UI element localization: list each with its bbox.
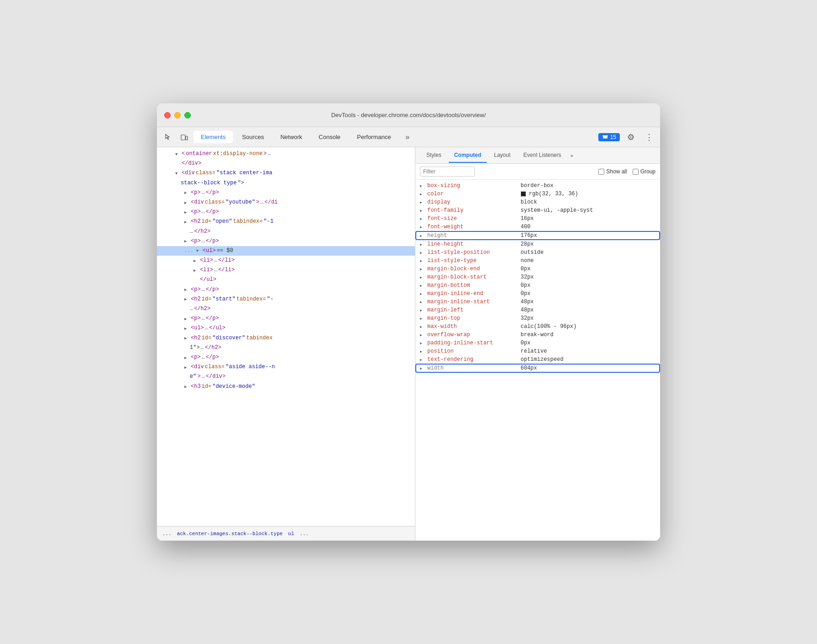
group-checkbox-label[interactable]: Group: [633, 168, 656, 175]
prop-expand-icon[interactable]: ▶: [420, 308, 425, 312]
dom-line-h2-start[interactable]: <h2 id="start" tabindex="-: [157, 295, 415, 304]
group-checkbox[interactable]: [633, 169, 639, 175]
tab-network[interactable]: Network: [273, 131, 310, 143]
computed-row-margin-block-end[interactable]: ▶margin-block-end0px: [415, 265, 660, 273]
prop-expand-icon[interactable]: ▶: [420, 234, 425, 238]
dom-line-ul-close[interactable]: </ul>: [157, 275, 415, 284]
triangle-icon-3[interactable]: [175, 171, 181, 176]
prop-expand-icon[interactable]: ▶: [420, 225, 425, 229]
prop-expand-icon[interactable]: ▶: [420, 267, 425, 271]
prop-expand-icon[interactable]: ▶: [420, 341, 425, 345]
dom-line-aside-close[interactable]: e">…</div>: [157, 372, 415, 381]
computed-row-display[interactable]: ▶displayblock: [415, 198, 660, 206]
triangle-icon-p6[interactable]: [184, 355, 190, 360]
prop-expand-icon[interactable]: ▶: [420, 333, 425, 337]
settings-button[interactable]: ⚙: [624, 130, 638, 145]
triangle-icon-p3[interactable]: [184, 238, 190, 244]
filter-input[interactable]: [420, 166, 475, 177]
prop-expand-icon[interactable]: ▶: [420, 242, 425, 247]
dom-line-p2[interactable]: <p>…</p>: [157, 207, 415, 217]
tab-elements[interactable]: Elements: [194, 131, 233, 143]
tab-console[interactable]: Console: [312, 131, 348, 143]
dom-line-1[interactable]: <ontainer xt:display-none >…: [157, 149, 415, 159]
dom-line-h2-start-close[interactable]: …</h2>: [157, 304, 415, 314]
tab-computed[interactable]: Computed: [449, 148, 487, 163]
computed-row-padding-inline-start[interactable]: ▶padding-inline-start0px: [415, 339, 660, 347]
dom-line-p4[interactable]: <p>…</p>: [157, 285, 415, 295]
triangle-icon-yt[interactable]: [184, 200, 190, 205]
dom-line-ul2[interactable]: <ul>…</ul>: [157, 323, 415, 333]
computed-row-max-width[interactable]: ▶max-widthcalc(100% - 96px): [415, 322, 660, 331]
computed-row-margin-left[interactable]: ▶margin-left48px: [415, 306, 660, 314]
prop-expand-icon[interactable]: ▶: [420, 259, 425, 263]
status-path[interactable]: ack.center-images.stack--block.type: [175, 530, 285, 537]
maximize-button[interactable]: [184, 112, 191, 118]
show-all-checkbox-label[interactable]: Show all: [598, 168, 627, 175]
show-all-checkbox[interactable]: [598, 169, 604, 175]
dom-line-h2-open[interactable]: <h2 id="open" tabindex="-1: [157, 217, 415, 226]
tab-event-listeners[interactable]: Event Listeners: [518, 148, 567, 163]
status-tag[interactable]: ul: [286, 530, 296, 537]
prop-expand-icon[interactable]: ▶: [420, 284, 425, 288]
triangle-icon-aside[interactable]: [184, 365, 190, 370]
triangle-icon-li2[interactable]: [194, 268, 199, 273]
computed-row-margin-inline-end[interactable]: ▶margin-inline-end0px: [415, 290, 660, 298]
dom-line-ul[interactable]: ... <ul> == $0: [157, 246, 415, 256]
more-tabs-icon[interactable]: »: [400, 130, 415, 145]
computed-row-margin-bottom[interactable]: ▶margin-bottom0px: [415, 281, 660, 290]
computed-row-font-weight[interactable]: ▶font-weight400: [415, 223, 660, 231]
dom-line-aside[interactable]: <div class="aside aside--n: [157, 362, 415, 372]
computed-row-box-sizing[interactable]: ▶box-sizingborder-box: [415, 182, 660, 190]
triangle-icon-h3[interactable]: [184, 384, 190, 389]
dom-line-h2-discover-close[interactable]: 1">…</h2>: [157, 343, 415, 353]
prop-expand-icon[interactable]: ▶: [420, 317, 425, 321]
tab-layout[interactable]: Layout: [489, 148, 516, 163]
computed-row-margin-block-start[interactable]: ▶margin-block-start32px: [415, 273, 660, 281]
prop-expand-icon[interactable]: ▶: [420, 349, 425, 354]
triangle-icon-ul2[interactable]: [184, 326, 190, 331]
prop-expand-icon[interactable]: ▶: [420, 251, 425, 255]
more-panel-tabs-icon[interactable]: »: [570, 153, 573, 158]
computed-row-color[interactable]: ▶colorrgb(32, 33, 36): [415, 190, 660, 198]
computed-row-font-family[interactable]: ▶font-familysystem-ui, -apple-syst: [415, 206, 660, 215]
tab-performance[interactable]: Performance: [349, 131, 398, 143]
triangle-icon-h2-3[interactable]: [184, 335, 190, 341]
computed-row-position[interactable]: ▶positionrelative: [415, 347, 660, 355]
dom-line-youtube[interactable]: <div class="youtube" >…</di: [157, 198, 415, 207]
computed-row-margin-top[interactable]: ▶margin-top32px: [415, 314, 660, 322]
minimize-button[interactable]: [174, 112, 181, 118]
prop-expand-icon[interactable]: ▶: [420, 275, 425, 279]
triangle-icon-1[interactable]: [175, 151, 181, 157]
prop-expand-icon[interactable]: ▶: [420, 192, 425, 196]
prop-expand-icon[interactable]: ▶: [420, 300, 425, 304]
prop-expand-icon[interactable]: ▶: [420, 366, 425, 370]
computed-row-overflow-wrap[interactable]: ▶overflow-wrapbreak-word: [415, 331, 660, 339]
prop-expand-icon[interactable]: ▶: [420, 325, 425, 329]
triangle-icon-h2-1[interactable]: [184, 219, 190, 225]
dom-line-h2-discover[interactable]: <h2 id="discover" tabindex: [157, 333, 415, 343]
more-options-button[interactable]: ⋮: [642, 130, 656, 145]
computed-row-height[interactable]: ▶height176px: [415, 231, 660, 240]
tab-sources[interactable]: Sources: [235, 131, 271, 143]
computed-row-margin-inline-start[interactable]: ▶margin-inline-start48px: [415, 298, 660, 306]
triangle-icon-ul[interactable]: [196, 248, 202, 253]
triangle-icon-p5[interactable]: [184, 316, 190, 322]
dom-line-li2[interactable]: <li>…</li>: [157, 265, 415, 275]
computed-row-list-style-type[interactable]: ▶list-style-typenone: [415, 257, 660, 265]
dom-line-p6[interactable]: <p>…</p>: [157, 353, 415, 362]
dom-line-li1[interactable]: <li>…</li>: [157, 256, 415, 265]
prop-expand-icon[interactable]: ▶: [420, 200, 425, 204]
triangle-icon-p4[interactable]: [184, 287, 190, 292]
triangle-icon-p1[interactable]: [184, 190, 190, 195]
prop-expand-icon[interactable]: ▶: [420, 292, 425, 296]
computed-row-text-rendering[interactable]: ▶text-renderingoptimizespeed: [415, 355, 660, 364]
prop-expand-icon[interactable]: ▶: [420, 209, 425, 213]
status-more[interactable]: ...: [298, 530, 311, 537]
prop-expand-icon[interactable]: ▶: [420, 217, 425, 221]
dom-line-h2-open-close[interactable]: …</h2>: [157, 227, 415, 236]
triangle-icon-li1[interactable]: [194, 258, 199, 263]
computed-row-width[interactable]: ▶width604px: [415, 364, 660, 373]
cursor-icon[interactable]: [161, 130, 175, 145]
notification-badge[interactable]: 15: [598, 133, 620, 141]
dom-line-p3[interactable]: <p>…</p>: [157, 236, 415, 246]
